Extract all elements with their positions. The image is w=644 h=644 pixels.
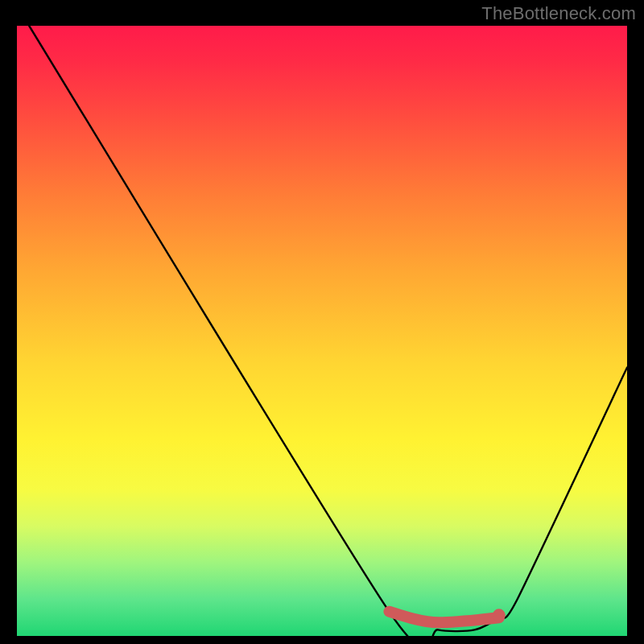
optimal-range-segment bbox=[389, 612, 498, 623]
chart-container: TheBottleneck.com bbox=[0, 0, 644, 644]
attribution-label: TheBottleneck.com bbox=[481, 3, 636, 24]
optimal-range-end-dot bbox=[493, 609, 506, 621]
bottleneck-curve-path bbox=[29, 26, 627, 636]
plot-area bbox=[17, 26, 627, 636]
chart-svg bbox=[17, 26, 627, 636]
